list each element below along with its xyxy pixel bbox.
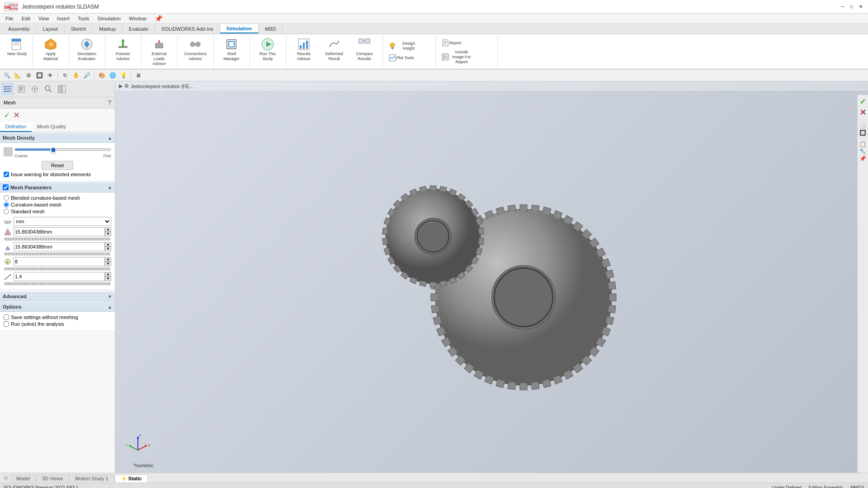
circle-slider-bar[interactable]: [5, 267, 110, 270]
view-settings-btn[interactable]: ⚙: [24, 70, 33, 80]
propertymgr-icon[interactable]: [15, 83, 28, 95]
min-size-down[interactable]: ▼: [105, 247, 111, 251]
menu-simulation[interactable]: Simulation: [94, 15, 124, 22]
vp-btn-2[interactable]: 🔲: [859, 130, 866, 136]
reset-button[interactable]: Reset: [42, 161, 74, 170]
tab-definition[interactable]: Definition: [0, 122, 32, 132]
rotate-btn[interactable]: ↻: [60, 70, 70, 80]
display-style-btn[interactable]: 🔲: [34, 70, 44, 80]
section-view-btn[interactable]: 📐: [13, 70, 23, 80]
curvature-radio[interactable]: [4, 202, 9, 207]
menu-insert[interactable]: Insert: [53, 15, 73, 22]
vp-btn-5[interactable]: 📌: [859, 155, 866, 162]
growth-slider-bar[interactable]: [5, 282, 110, 285]
view-orientation-btn[interactable]: 🔍: [2, 70, 12, 80]
run-study-button[interactable]: Run This Study: [254, 36, 282, 62]
circle-down[interactable]: ▼: [105, 262, 111, 266]
tab-markup[interactable]: Markup: [93, 25, 123, 33]
blended-radio[interactable]: [4, 195, 9, 201]
unit-select[interactable]: mm cm m in: [14, 217, 111, 226]
tab-motion-study[interactable]: Motion Study 1: [69, 474, 114, 482]
pan-btn[interactable]: ✋: [71, 70, 81, 80]
apply-material-button[interactable]: M Apply Material: [37, 36, 65, 62]
plot-tools-button[interactable]: Plot Tools: [387, 53, 432, 63]
growth-up[interactable]: ▲: [105, 272, 111, 277]
tab-3d-views[interactable]: 3D Views: [36, 474, 69, 482]
min-size-slider-bar[interactable]: [5, 253, 110, 255]
density-slider-thumb[interactable]: [50, 147, 57, 153]
menu-window[interactable]: Window: [125, 15, 150, 22]
tab-assembly[interactable]: Assembly: [2, 25, 37, 33]
panel-toggle[interactable]: [4, 476, 8, 480]
ok-button[interactable]: ✓: [4, 110, 10, 120]
max-element-size-input[interactable]: [14, 227, 105, 236]
run-analysis-checkbox[interactable]: [4, 321, 9, 327]
mesh-density-header[interactable]: Mesh Density ▲: [0, 133, 115, 143]
menu-edit[interactable]: Edit: [18, 15, 34, 22]
circle-up[interactable]: ▲: [105, 257, 111, 262]
tab-layout[interactable]: Layout: [37, 25, 65, 33]
featuretree-icon[interactable]: [1, 83, 14, 95]
new-study-button[interactable]: New Study: [5, 36, 29, 57]
tab-model[interactable]: Model: [10, 474, 36, 482]
max-size-down[interactable]: ▼: [105, 232, 111, 236]
appearance-btn[interactable]: 🎨: [97, 70, 107, 80]
cancel-button[interactable]: ✕: [13, 110, 20, 120]
hide-show-btn[interactable]: 👁: [45, 70, 55, 80]
standard-radio[interactable]: [4, 209, 9, 214]
max-size-up[interactable]: ▲: [105, 227, 111, 232]
maximize-button[interactable]: □: [848, 3, 855, 10]
deformed-result-button[interactable]: Deformed Result: [320, 36, 349, 62]
include-image-button[interactable]: Include Image For Report: [439, 49, 494, 65]
growth-down[interactable]: ▼: [105, 277, 111, 281]
viewport-cancel-button[interactable]: ✕: [859, 108, 866, 117]
pin-icon[interactable]: 📌: [155, 15, 162, 22]
tab-addins[interactable]: SOLIDWORKS Add-Ins: [155, 25, 220, 33]
vp-btn-1[interactable]: ⬜: [859, 122, 866, 129]
mesh-params-enable-checkbox[interactable]: [3, 184, 9, 190]
options-header[interactable]: Options ▲: [0, 302, 115, 312]
min-element-size-input[interactable]: [14, 242, 105, 251]
search-icon[interactable]: [42, 83, 55, 95]
compare-results-button[interactable]: Compare Results: [350, 36, 379, 62]
report-button[interactable]: Report: [439, 38, 494, 48]
mesh-growth-input[interactable]: [14, 272, 105, 281]
fixtures-advisor-button[interactable]: Fixtures Advisor: [109, 36, 137, 62]
connections-advisor-button[interactable]: Connections Advisor: [181, 36, 210, 62]
design-insight-button[interactable]: Design Insight: [387, 40, 432, 52]
simulation-evaluator-button[interactable]: Simulation Evaluator: [73, 36, 101, 62]
viewport-ok-button[interactable]: ✓: [859, 97, 866, 107]
distorted-checkbox[interactable]: [4, 172, 9, 177]
vp-btn-3[interactable]: 📋: [859, 141, 866, 147]
shell-manager-button[interactable]: Shell Manager: [217, 36, 246, 62]
vp-btn-4[interactable]: 🔧: [859, 148, 866, 155]
density-slider-track[interactable]: [14, 148, 111, 151]
display-pane-icon[interactable]: [56, 83, 68, 95]
tab-static[interactable]: ⚡ Static: [115, 474, 148, 483]
panel-help-icon[interactable]: ?: [108, 99, 111, 106]
menu-file[interactable]: File: [2, 15, 17, 22]
save-settings-checkbox[interactable]: [4, 314, 9, 320]
config-icon[interactable]: [28, 83, 41, 95]
tab-mbd[interactable]: MBD: [259, 25, 283, 33]
tab-evaluate[interactable]: Evaluate: [123, 25, 155, 33]
min-size-up[interactable]: ▲: [105, 242, 111, 247]
menu-tools[interactable]: Tools: [74, 15, 93, 22]
max-size-slider-bar[interactable]: [5, 238, 110, 240]
menu-view[interactable]: View: [35, 15, 53, 22]
minimize-button[interactable]: ─: [839, 3, 846, 10]
display-state-btn[interactable]: 🖥: [133, 70, 143, 80]
advanced-header[interactable]: Advanced ▼: [0, 292, 115, 301]
close-button[interactable]: ✕: [857, 3, 864, 10]
min-elem-circle-input[interactable]: [14, 257, 105, 266]
tab-simulation[interactable]: Simulation: [220, 24, 259, 33]
tab-sketch[interactable]: Sketch: [65, 25, 93, 33]
external-loads-button[interactable]: External Loads Advisor: [145, 36, 174, 67]
expand-icon[interactable]: ▶: [119, 83, 123, 89]
zoom-btn[interactable]: 🔎: [82, 70, 92, 80]
results-advisor-button[interactable]: Results Advisor: [290, 36, 318, 62]
scene-btn[interactable]: 🌐: [108, 70, 118, 80]
lights-btn[interactable]: 💡: [118, 70, 128, 80]
mesh-parameters-header[interactable]: Mesh Parameters ▲: [0, 183, 115, 192]
tab-mesh-quality[interactable]: Mesh Quality: [32, 122, 71, 132]
